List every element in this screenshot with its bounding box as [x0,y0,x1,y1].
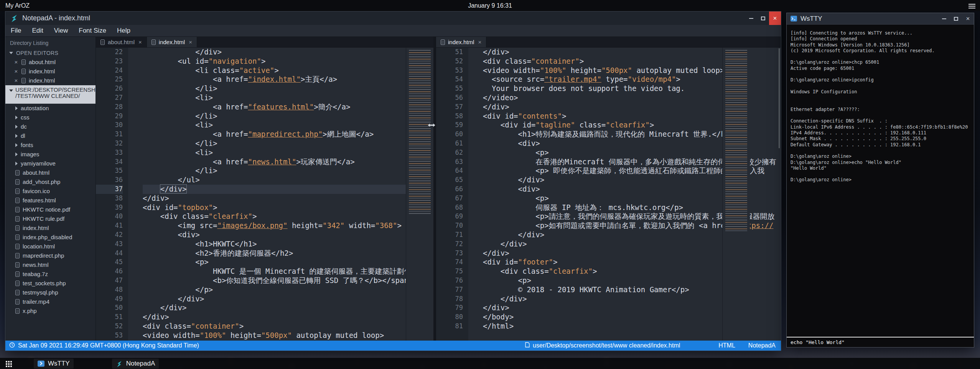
tree-item-trailer.mp4[interactable]: trailer.mp4 [5,297,96,306]
code-line[interactable]: </li> [143,84,433,93]
code-line[interactable]: <a href="news.html">玩家傳送門</a> [143,157,433,167]
tree-item-location.html[interactable]: location.html [5,242,96,251]
code-line[interactable]: <div> [143,230,433,240]
hamburger-menu-icon[interactable] [968,3,975,10]
line-number: 78 [436,295,463,304]
code-line[interactable]: </li> [143,112,433,121]
wstty-title-bar[interactable]: WsTTY × [787,13,974,25]
tree-item-about.html[interactable]: ×about.html [5,58,96,67]
tree-item-favicon.ico[interactable]: favicon.ico [5,187,96,196]
maximize-button[interactable] [757,12,769,25]
terminal-minimize-button[interactable] [938,13,950,24]
tab-about.html[interactable]: about.html× [96,37,147,47]
tree-item-x.php[interactable]: x.php [5,306,96,316]
code-line[interactable]: </div> [143,313,433,322]
code-line[interactable]: <li> [143,148,433,157]
tab-index.html[interactable]: index.html× [436,37,486,47]
file-icon [15,253,20,258]
tree-item-teabag.7z[interactable]: teabag.7z [5,270,96,279]
menu-help[interactable]: Help [112,27,136,35]
tab-close-icon[interactable]: × [189,39,192,45]
tree-item-features.html[interactable]: features.html [5,196,96,205]
line-number: 29 [96,112,123,121]
file-icon [15,244,20,249]
code-line[interactable]: <img src="images/box.png" height="342" w… [143,221,433,230]
code-line[interactable]: HKWTC 是一個 Minecraft 的建築伺服器，主要建築計劃包括鐵路 [143,267,433,276]
code-line[interactable]: <h2>香港的建築伺服器</h2> [143,249,433,258]
code-line[interactable]: <p> [143,258,433,267]
tree-item-index.html[interactable]: ×index.html [5,76,96,85]
terminal-output[interactable]: [info] Conencting to arozos WsTTY servic… [787,25,974,336]
line-number: 27 [96,93,123,103]
line-number: 74 [436,258,463,267]
scrollbar-thumb[interactable] [779,48,780,148]
tree-item-autostation[interactable]: autostation [5,104,96,113]
minimap-content [409,50,431,214]
tree-item-test_sockets.php[interactable]: test_sockets.php [5,279,96,288]
code-line[interactable]: </div> [143,48,433,57]
start-menu-button[interactable] [0,358,17,369]
code-line[interactable]: <li class="active"> [143,66,433,75]
tree-item-hkwtc-rule.pdf[interactable]: HKWTC rule.pdf [5,214,96,223]
pane-splitter[interactable] [433,37,436,341]
code-line[interactable]: </div> [143,295,433,304]
terminal-close-button[interactable]: × [962,13,974,24]
tree-item-hkwtc-notice.pdf[interactable]: HKWTC notice.pdf [5,205,96,214]
code-line[interactable]: <li> [143,121,433,130]
tree-item-dc[interactable]: dc [5,122,96,131]
menu-file[interactable]: File [5,27,26,35]
top-menu-bar: My ArOZ January 9 16:31 [0,0,980,11]
tree-item-index.html[interactable]: index.html [5,223,96,233]
close-button[interactable]: × [769,12,781,25]
tree-item-add_vhost.php[interactable]: add_vhost.php [5,177,96,187]
code-line[interactable]: </p> [143,285,433,295]
minimap-left[interactable] [406,48,433,341]
code-line[interactable]: </div> [143,194,433,203]
tab-close-icon[interactable]: × [138,39,142,45]
tab-index.html[interactable]: index.html× [147,37,197,47]
tree-item-css[interactable]: css [5,113,96,122]
minimap-right[interactable] [722,48,750,341]
taskbar-item-wstty[interactable]: WsTTY [34,359,74,369]
code-line[interactable]: </div> [143,303,433,313]
code-line[interactable]: <a href="mapredirect.php">網上地圖</a> [143,130,433,139]
code-area-left[interactable]: </div> <ul id="navigation"> <li class="a… [128,48,433,341]
code-line[interactable]: <div class="clearfix"> [143,212,433,221]
code-line[interactable]: <b>你知道我們全線伺服器已轉用 SSD 了嗎？</b></span> [143,276,433,285]
code-line[interactable]: <div class="container"> [143,322,433,331]
line-number: 72 [436,240,463,249]
code-line[interactable]: <div id="topbox"> [143,203,433,212]
tree-item-news.html[interactable]: news.html [5,260,96,270]
menu-view[interactable]: View [49,27,74,35]
tree-item-user-desktop-screenshot[interactable]: USER:/DESKTOP/SCREENSHOT/TEST/WWW CLEANE… [5,85,96,104]
terminal-maximize-button[interactable] [950,13,962,24]
code-line[interactable]: <a href="features.html">簡介</a> [143,103,433,112]
minimize-button[interactable] [745,12,757,25]
terminal-input[interactable]: echo "Hello World" [787,337,974,347]
tree-item-index.html[interactable]: ×index.html [5,67,96,76]
code-line[interactable]: </li> [143,139,433,148]
tree-item-images[interactable]: images [5,150,96,159]
code-line[interactable]: </li> [143,166,433,175]
menu-font-size[interactable]: Font Size [73,27,112,35]
tree-item-mapredirect.php[interactable]: mapredirect.php [5,251,96,260]
tree-item-about.html[interactable]: about.html [5,168,96,177]
file-icon [21,60,26,65]
code-line[interactable]: <li> [143,93,433,103]
code-line[interactable]: </div> [143,185,433,194]
code-line[interactable]: <ul id="navigation"> [143,57,433,66]
tree-item-index.php_disabled[interactable]: index.php_disabled [5,233,96,242]
notepada-title-bar[interactable]: NotepadA - index.html × [5,12,781,25]
code-line[interactable]: <h1>HKWTC</h1> [143,240,433,249]
tree-section-open-editors[interactable]: OPEN EDITORS [5,48,96,58]
code-line[interactable]: <video width="100%" height="500px" autop… [143,331,433,340]
code-line[interactable]: </ul> [143,175,433,185]
tree-item-yamiyamilove[interactable]: yamiyamilove [5,159,96,168]
tree-item-dl[interactable]: dl [5,131,96,141]
tree-item-fonts[interactable]: fonts [5,141,96,150]
tree-item-testmysql.php[interactable]: testmysql.php [5,288,96,297]
tab-close-icon[interactable]: × [478,39,481,45]
code-line[interactable]: <a href="index.html">主頁</a> [143,75,433,84]
taskbar-item-notepada[interactable]: NotepadA [112,359,159,369]
menu-edit[interactable]: Edit [26,27,48,35]
